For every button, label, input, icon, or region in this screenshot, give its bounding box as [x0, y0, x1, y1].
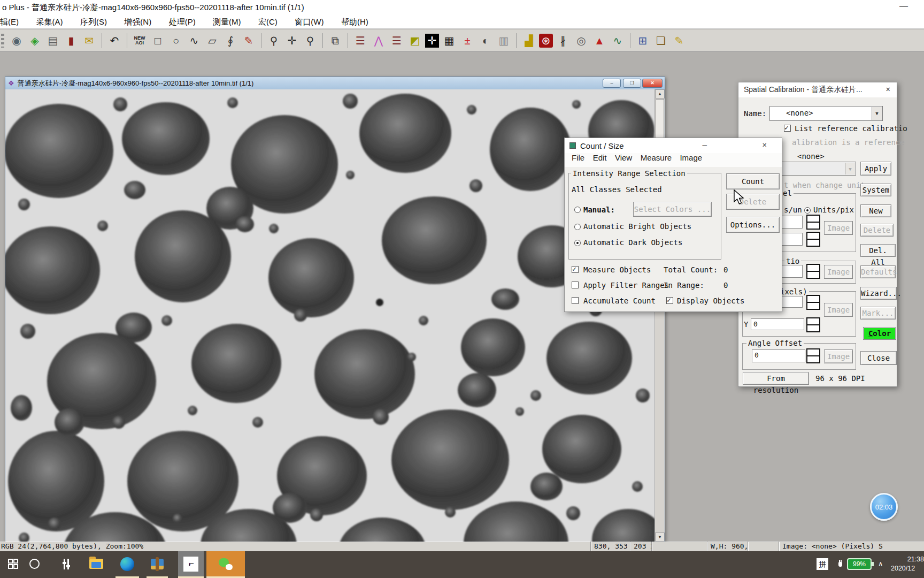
- new-button[interactable]: New: [860, 204, 891, 217]
- origin-y-field[interactable]: 0: [751, 318, 804, 330]
- menu-process[interactable]: 处理(P): [169, 15, 196, 28]
- list-reference-checkbox[interactable]: [784, 125, 791, 132]
- color-button[interactable]: Color: [863, 327, 896, 340]
- cortana-icon[interactable]: [22, 551, 46, 576]
- origin-y-spinner[interactable]: [806, 317, 820, 332]
- histogram-icon[interactable]: ⋀: [371, 33, 387, 49]
- count-size-titlebar[interactable]: Count / Size: [565, 138, 782, 153]
- close-button[interactable]: Close: [860, 351, 897, 365]
- menu-edit[interactable]: 辑(E): [0, 15, 19, 28]
- cs-menu-image[interactable]: Image: [680, 153, 702, 162]
- spatial-titlebar[interactable]: Spatial Calibration - 普通亲水硅片...: [738, 82, 897, 97]
- clock[interactable]: 21:38 2020/12: [891, 555, 924, 573]
- ime-indicator[interactable]: 拼: [817, 558, 828, 570]
- count-objects-icon[interactable]: ⊛: [539, 34, 553, 48]
- taskview-icon[interactable]: [53, 551, 79, 576]
- edge-icon[interactable]: [114, 551, 140, 576]
- cs-menu-file[interactable]: File: [572, 153, 584, 162]
- microscope-image[interactable]: [5, 89, 654, 542]
- open-file-icon[interactable]: ◈: [27, 33, 43, 49]
- curve-aoi-icon[interactable]: ∿: [186, 33, 202, 49]
- options-button[interactable]: Options...: [726, 217, 780, 233]
- caliper-icon[interactable]: ∦: [555, 33, 571, 49]
- unit-x-spinner[interactable]: [806, 215, 820, 230]
- delete-all-button[interactable]: Del. All: [860, 244, 896, 257]
- calibration-name-select[interactable]: <none> ▼: [769, 106, 883, 121]
- toolbar-grip[interactable]: [1, 34, 4, 48]
- ratio-spinner[interactable]: [806, 264, 820, 279]
- menu-enhance[interactable]: 增强(N): [124, 15, 151, 28]
- image-minimize-button[interactable]: ‒: [603, 79, 621, 88]
- levels-icon[interactable]: ☰: [389, 33, 405, 49]
- record-timer-badge[interactable]: 02:03: [870, 493, 898, 521]
- image-close-button[interactable]: ✕: [642, 79, 663, 88]
- strip-icon[interactable]: ▥: [496, 33, 512, 49]
- auto-dark-radio[interactable]: [574, 240, 581, 246]
- system-button[interactable]: System: [860, 184, 891, 196]
- scroll-down-icon[interactable]: ▼: [655, 533, 665, 542]
- start-icon[interactable]: [1, 551, 25, 576]
- mail-icon[interactable]: ✉: [81, 33, 97, 49]
- cs-menu-view[interactable]: View: [615, 153, 632, 162]
- zoom-select-icon[interactable]: ⚲: [302, 33, 318, 49]
- image-restore-button[interactable]: ❐: [623, 79, 641, 88]
- blend-icon[interactable]: ◐: [478, 33, 494, 49]
- imagepro-icon[interactable]: ◗⌐: [178, 551, 204, 576]
- polygon-aoi-icon[interactable]: ▱: [204, 33, 220, 49]
- menu-sequence[interactable]: 序列(S): [80, 15, 107, 28]
- annotate-icon[interactable]: ✎: [671, 33, 687, 49]
- histogram-red-icon[interactable]: ▲: [591, 33, 607, 49]
- count-size-close-icon[interactable]: ✕: [763, 140, 767, 149]
- units-per-pixel-radio[interactable]: [804, 207, 811, 214]
- image-window-titlebar[interactable]: ❖ 普通亲水硅片-冷凝-mag140x6-960x960-fps50--2020…: [5, 77, 665, 89]
- auto-bright-radio[interactable]: [574, 224, 581, 230]
- count-size-minimize-icon[interactable]: —: [703, 140, 707, 149]
- layers-icon[interactable]: ◩: [407, 33, 423, 49]
- menu-macro[interactable]: 宏(C): [258, 15, 278, 28]
- apply-filter-checkbox[interactable]: [572, 282, 579, 288]
- notes-icon[interactable]: ❏: [653, 33, 669, 49]
- display-objects-checkbox[interactable]: [666, 297, 673, 304]
- accumulate-checkbox[interactable]: [572, 297, 579, 304]
- zoom-icon[interactable]: ⚲: [266, 33, 282, 49]
- profile-icon[interactable]: ∿: [610, 33, 626, 49]
- angle-field[interactable]: 0: [752, 349, 805, 362]
- new-aoi-icon[interactable]: NEW AOI: [132, 33, 148, 49]
- menu-help[interactable]: 帮助(H): [341, 15, 368, 28]
- app-minimize-icon[interactable]: —: [899, 1, 908, 11]
- sequence-icon[interactable]: ⧉: [327, 33, 343, 49]
- apply-button[interactable]: Apply: [860, 162, 891, 176]
- book-icon[interactable]: ▮: [63, 33, 79, 49]
- chevron-down-icon[interactable]: ▼: [872, 107, 882, 120]
- battery-icon[interactable]: 99%: [847, 558, 872, 570]
- scroll-up-icon[interactable]: ▲: [655, 89, 665, 98]
- wizard-button[interactable]: Wizard...: [860, 287, 897, 300]
- explorer-icon[interactable]: [83, 551, 109, 576]
- from-resolution-button[interactable]: From resolution: [743, 372, 809, 385]
- manual-radio[interactable]: [574, 207, 581, 213]
- cs-menu-measure[interactable]: Measure: [641, 153, 672, 162]
- crosshair-icon[interactable]: ✛: [425, 34, 439, 48]
- ellipse-aoi-icon[interactable]: ○: [168, 33, 184, 49]
- grid-icon[interactable]: ▦: [441, 33, 457, 49]
- pencil-icon[interactable]: ✎: [241, 33, 257, 49]
- snapshot-icon[interactable]: ◎: [573, 33, 589, 49]
- menu-window[interactable]: 窗口(W): [295, 15, 324, 28]
- menu-acquire[interactable]: 采集(A): [36, 15, 63, 28]
- menu-measure[interactable]: 测量(M): [213, 15, 241, 28]
- bag-app-icon[interactable]: [145, 551, 169, 576]
- math-icon[interactable]: ±: [459, 33, 475, 49]
- print-icon[interactable]: ▤: [45, 33, 61, 49]
- camera-icon[interactable]: ◉: [9, 33, 25, 49]
- contrast-icon[interactable]: ☰: [352, 33, 368, 49]
- undo-icon[interactable]: ↶: [106, 33, 122, 49]
- freehand-aoi-icon[interactable]: ∮: [222, 33, 238, 49]
- measure-objects-checkbox[interactable]: [572, 266, 579, 273]
- spatial-close-icon[interactable]: ✕: [886, 85, 890, 93]
- pan-icon[interactable]: ✛: [284, 33, 300, 49]
- count-button[interactable]: Count: [726, 173, 780, 189]
- tray-chevron-icon[interactable]: ∧: [878, 560, 883, 568]
- origin-x-spinner[interactable]: [806, 295, 820, 310]
- chart-icon[interactable]: ▟: [521, 33, 537, 49]
- cs-menu-edit[interactable]: Edit: [593, 153, 607, 162]
